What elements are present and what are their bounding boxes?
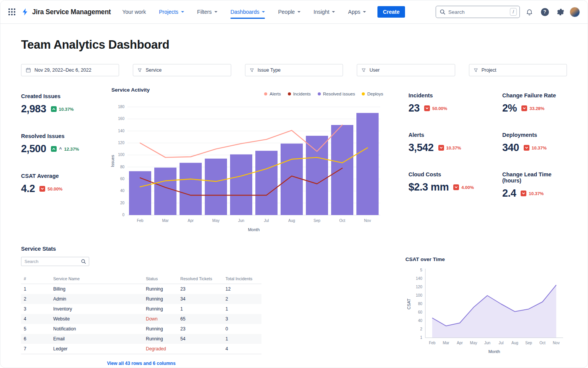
nav-item-your-work[interactable]: Your work <box>122 0 146 23</box>
delta-down-badge <box>438 145 444 151</box>
cell-service-name: Email <box>53 334 146 344</box>
settings-button[interactable] <box>554 6 566 18</box>
legend-deploys[interactable]: Deploys <box>362 92 383 96</box>
svg-text:Sep: Sep <box>525 341 532 345</box>
svg-text:160: 160 <box>118 117 124 121</box>
kpi-resolved-issues: Resolved Issues2,500^12.37% <box>21 133 110 155</box>
svg-text:100: 100 <box>118 153 124 157</box>
kpi-delta: 12.37% <box>64 147 79 151</box>
column-header-total-incidents[interactable]: Total Incidents <box>225 274 261 284</box>
filter-icon <box>250 68 254 72</box>
kpi-delta: 4.00% <box>461 185 474 190</box>
svg-text:1: 1 <box>420 335 422 340</box>
nav-item-label: People <box>278 9 295 15</box>
delta-down-badge <box>424 105 430 111</box>
cell-resolved-tickets: 34 <box>180 294 225 304</box>
column-header-[interactable]: # <box>21 274 53 284</box>
table-row-billing[interactable]: 1BillingRunning2312 <box>21 284 261 294</box>
nav-item-projects[interactable]: Projects <box>159 0 184 23</box>
service-activity-chart: Service Activity AlertsIncidentsResolved… <box>110 87 384 237</box>
kpi-value: 2,983 <box>21 103 46 115</box>
filter-icon <box>474 68 478 72</box>
bolt-icon <box>21 8 29 16</box>
table-search-input[interactable] <box>24 259 78 264</box>
svg-text:80: 80 <box>120 165 125 169</box>
help-button[interactable]: ? <box>539 6 550 18</box>
service-stats-table: #Service NameStatusResolved TicketsTotal… <box>21 274 261 354</box>
kpi-created-issues: Created Issues2,98310.37% <box>21 93 110 115</box>
svg-text:Issues: Issues <box>110 155 115 167</box>
cell-status: Running <box>146 294 180 304</box>
column-header-status[interactable]: Status <box>146 274 180 284</box>
kpi-value: $2.3 mm <box>408 181 449 193</box>
table-row-email[interactable]: 6EmailRunning541 <box>21 334 261 344</box>
primary-nav: Your workProjectsFiltersDashboardsPeople… <box>122 0 366 23</box>
svg-text:0: 0 <box>122 213 124 217</box>
cell-total-incidents: 2 <box>225 294 261 304</box>
kpi-change-lead-time-hours: Change Lead Time (hours)2.410.37% <box>502 171 567 199</box>
filter-project[interactable]: Project <box>469 64 567 76</box>
delta-down-badge <box>453 184 459 190</box>
app-switcher-icon[interactable] <box>6 6 18 18</box>
table-row-ledger[interactable]: 7LedgerDegraded4 <box>21 344 261 354</box>
table-row-admin[interactable]: 2AdminRunning342 <box>21 294 261 304</box>
svg-text:Month: Month <box>488 349 500 354</box>
filter-service[interactable]: Service <box>133 64 231 76</box>
cell-status: Running <box>146 334 180 344</box>
nav-item-insight[interactable]: Insight <box>314 0 335 23</box>
cell-num: 7 <box>21 344 53 354</box>
filter-nov-29-2022-dec-6-2022[interactable]: Nov 29, 2022–Dec 6, 2022 <box>21 64 119 76</box>
nav-item-dashboards[interactable]: Dashboards <box>230 0 265 23</box>
bell-icon <box>526 8 533 16</box>
table-row-notification[interactable]: 5NotificationRunning230 <box>21 324 261 334</box>
svg-text:80: 80 <box>418 302 423 306</box>
legend-alerts[interactable]: Alerts <box>264 92 281 96</box>
kpi-value: 23 <box>408 102 420 114</box>
kpi-change-failure-rate: Change Failure Rate2%33.28% <box>502 92 567 114</box>
column-header-service-name[interactable]: Service Name <box>53 274 146 284</box>
cell-total-incidents: 3 <box>225 314 261 324</box>
table-row-website[interactable]: 4WebsiteDown653 <box>21 314 261 324</box>
nav-item-filters[interactable]: Filters <box>197 0 217 23</box>
kpi-label: CSAT Average <box>21 173 110 179</box>
app-window: Jira Service Management Your workProject… <box>0 0 588 368</box>
service-activity-plot: 020406080100120140160180FebMarAprMayJunJ… <box>110 100 384 235</box>
cell-resolved-tickets: 1 <box>180 304 225 314</box>
legend-dot-icon <box>318 92 321 95</box>
notifications-button[interactable] <box>524 6 535 18</box>
jira-logo[interactable]: Jira Service Management <box>21 8 111 16</box>
svg-text:Oct: Oct <box>339 219 345 223</box>
svg-text:CSAT: CSAT <box>407 298 411 309</box>
cell-service-name: Website <box>53 314 146 324</box>
view-all-link[interactable]: View all 43 rows and 6 columns <box>21 361 261 366</box>
chart-legend: AlertsIncidentsResolved issuesDeploys <box>264 92 383 96</box>
svg-text:60: 60 <box>418 310 423 314</box>
svg-text:May: May <box>470 341 477 345</box>
svg-text:140: 140 <box>416 276 422 281</box>
create-button[interactable]: Create <box>377 6 405 18</box>
svg-text:5: 5 <box>420 268 422 272</box>
search-input[interactable] <box>448 9 507 15</box>
legend-resolved-issues[interactable]: Resolved issues <box>318 92 355 96</box>
table-search[interactable] <box>21 257 89 266</box>
cell-resolved-tickets: 23 <box>180 284 225 294</box>
column-header-resolved-tickets[interactable]: Resolved Tickets <box>180 274 225 284</box>
filter-bar: Nov 29, 2022–Dec 6, 2022ServiceIssue Typ… <box>21 64 567 76</box>
nav-item-apps[interactable]: Apps <box>348 0 366 23</box>
table-row-inventory[interactable]: 3InventoryRunning11 <box>21 304 261 314</box>
filter-issue-type[interactable]: Issue Type <box>245 64 343 76</box>
global-search[interactable]: / <box>436 6 520 18</box>
cell-total-incidents: 4 <box>225 344 261 354</box>
svg-text:2: 2 <box>420 327 422 331</box>
cell-num: 1 <box>21 284 53 294</box>
delta-up-badge <box>51 146 57 152</box>
legend-incidents[interactable]: Incidents <box>288 92 311 96</box>
kpi-delta: 10.37% <box>59 107 74 112</box>
filter-icon <box>361 68 366 72</box>
section-title: Service Stats <box>21 246 261 252</box>
user-avatar[interactable] <box>570 7 580 17</box>
filter-label: Project <box>482 67 497 73</box>
nav-item-people[interactable]: People <box>278 0 301 23</box>
filter-user[interactable]: User <box>357 64 455 76</box>
kpi-delta: 10.37% <box>532 146 547 150</box>
